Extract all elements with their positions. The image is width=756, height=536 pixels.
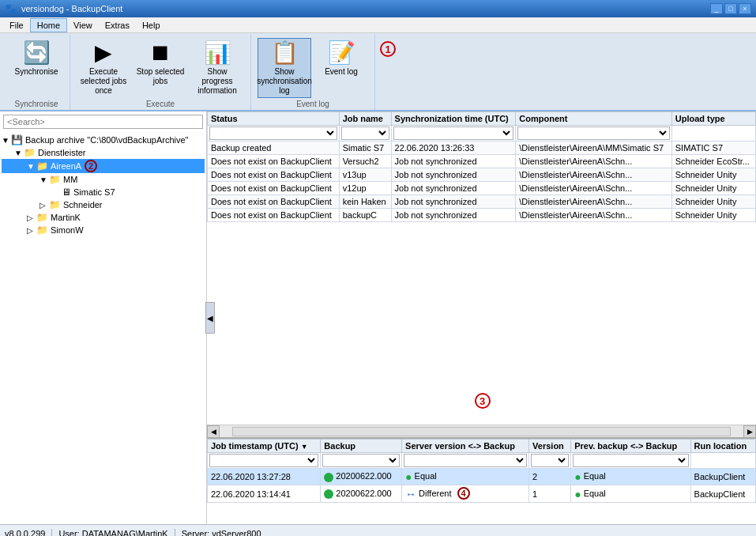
filter-jobname-select[interactable] (341, 126, 389, 140)
filter-status-select[interactable] (209, 126, 337, 140)
tree-item-aireena[interactable]: ▼ 📁 AireenA 2 (2, 159, 205, 173)
folder-icon-martink: 📁 (36, 212, 48, 223)
horizontal-scrollbar[interactable]: ◀ ▶ (207, 425, 756, 437)
tree-item-simonw[interactable]: ▷ 📁 SimonW (2, 224, 205, 236)
status-bar: v8.0.0.299 User: DATAMANAG\MartinK Serve… (0, 524, 756, 536)
upper-table-row[interactable]: Does not exist on BackupClient Versuch2 … (208, 155, 756, 168)
stop-jobs-button[interactable]: ⏹ Stop selected jobs (134, 38, 187, 98)
title-bar-text: versiondog - BackupClient (21, 4, 122, 13)
scrollbar-track[interactable] (232, 427, 731, 436)
stop-jobs-icon: ⏹ (149, 42, 171, 64)
filter-synctime[interactable] (391, 126, 516, 142)
badge-1: 1 (380, 41, 396, 57)
menu-view[interactable]: View (67, 19, 99, 32)
status-server: Server: vdServer800 (182, 529, 261, 537)
cell-status: Does not exist on BackupClient (208, 209, 340, 222)
upper-table-row[interactable]: Does not exist on BackupClient backupC J… (208, 209, 756, 222)
archive-icon: 💾 (11, 134, 23, 145)
menu-home[interactable]: Home (30, 18, 67, 32)
tree-toggle-martink[interactable]: ▷ (27, 213, 36, 222)
event-log-button[interactable]: 📝 Event log (314, 38, 368, 98)
execute-once-button[interactable]: ▶ Execute selected jobs once (77, 38, 130, 98)
bottom-table-row[interactable]: 22.06.2020 13:27:28 20200622.000 ●Equal … (208, 469, 756, 485)
filter-component[interactable] (516, 126, 671, 142)
tree-label-simonw: SimonW (51, 225, 84, 235)
tree-item-root[interactable]: ▼ 💾 Backup archive "C:\800\vdBackupArchi… (2, 134, 205, 146)
close-button[interactable]: × (739, 3, 751, 14)
cell-jobname: kein Haken (339, 195, 391, 209)
filter-backup[interactable] (321, 453, 402, 469)
menu-help[interactable]: Help (136, 19, 167, 32)
col-header-timestamp: Job timestamp (UTC) ▼ (208, 440, 321, 453)
minimize-button[interactable]: _ (710, 3, 723, 14)
upper-table-row[interactable]: Does not exist on BackupClient v12up Job… (208, 182, 756, 195)
device-icon-simatic: 🖥 (62, 187, 71, 198)
ribbon: 🔄 Synchronise Synchronise ▶ Execute sele… (0, 33, 756, 111)
status-user: User: DATAMANAG\MartinK (58, 529, 175, 537)
filter-ver-select[interactable] (531, 454, 569, 467)
folder-icon-dienstleister: 📁 (24, 147, 36, 158)
tree-toggle-root[interactable]: ▼ (2, 136, 11, 145)
filter-synctime-select[interactable] (393, 126, 514, 140)
cell-run-location: BackupClient (690, 485, 755, 503)
filter-sv-select[interactable] (404, 454, 527, 467)
col-header-uploadtype: Upload type (671, 112, 755, 126)
tree-item-schneider[interactable]: ▷ 📁 Schneider (2, 198, 205, 211)
menu-bar: File Home View Extras Help (0, 17, 756, 33)
tree-toggle-dienstleister[interactable]: ▼ (14, 149, 24, 157)
filter-component-select[interactable] (517, 126, 669, 140)
collapse-sidebar-button[interactable]: ◀ (205, 302, 215, 334)
menu-file[interactable]: File (3, 19, 30, 32)
menu-extras[interactable]: Extras (99, 19, 136, 32)
scroll-left-button[interactable]: ◀ (207, 425, 220, 438)
filter-sv[interactable] (402, 453, 529, 469)
tree-label-mm: MM (63, 175, 77, 184)
upper-table-row[interactable]: Backup created Simatic S7 22.06.2020 13:… (208, 142, 756, 155)
filter-pb-select[interactable] (573, 454, 688, 467)
tree-item-mm[interactable]: ▼ 📁 MM (2, 173, 205, 186)
filter-backup-select[interactable] (322, 454, 400, 467)
cell-status: Does not exist on BackupClient (208, 182, 340, 195)
upper-table-row[interactable]: Does not exist on BackupClient kein Hake… (208, 195, 756, 209)
filter-timestamp[interactable] (208, 453, 321, 469)
tree-item-martink[interactable]: ▷ 📁 MartinK (2, 211, 205, 224)
tree-label-root: Backup archive "C:\800\vdBackupArchive" (25, 135, 189, 145)
scroll-right-button[interactable]: ▶ (743, 425, 756, 438)
cell-version: 2 (529, 469, 571, 485)
filter-ver[interactable] (529, 453, 571, 469)
filter-jobname[interactable] (339, 126, 391, 142)
filter-timestamp-select[interactable] (209, 454, 318, 467)
badge-3: 3 (475, 393, 491, 409)
cell-status: Does not exist on BackupClient (208, 168, 340, 182)
filter-uploadtype[interactable] (671, 126, 755, 142)
tree-toggle-simonw[interactable]: ▷ (27, 226, 36, 235)
show-sync-log-label: Show synchronisation log (257, 67, 311, 96)
window-controls[interactable]: _ □ × (710, 3, 751, 14)
tree-toggle-aireena[interactable]: ▼ (27, 162, 36, 171)
cell-component: \Dienstleister\AireenA\Schn... (516, 168, 671, 182)
synchronise-button[interactable]: 🔄 Synchronise (9, 38, 63, 98)
folder-icon-schneider: 📁 (49, 199, 61, 210)
col-header-component: Component (516, 112, 671, 126)
bottom-table-row[interactable]: 22.06.2020 13:14:41 20200622.000 ↔Differ… (208, 485, 756, 503)
filter-pb[interactable] (571, 453, 690, 469)
cell-component: \Dienstleister\AireenA\Schn... (516, 195, 671, 209)
tree-toggle-schneider[interactable]: ▷ (39, 201, 49, 209)
tree-item-dienstleister[interactable]: ▼ 📁 Dienstleister (2, 146, 205, 159)
ribbon-group-execute-label: Execute (146, 98, 175, 108)
upper-table-row[interactable]: Does not exist on BackupClient v13up Job… (208, 168, 756, 182)
cell-jobname: backupC (339, 209, 391, 222)
cell-component: \Dienstleister\AireenA\Schn... (516, 155, 671, 168)
filter-status[interactable] (208, 126, 340, 142)
tree-item-simatic-s7[interactable]: ▷ 🖥 Simatic S7 (2, 186, 205, 198)
show-progress-button[interactable]: 📊 Show progress information (190, 38, 244, 98)
tree-toggle-mm[interactable]: ▼ (39, 176, 49, 184)
col-header-synctime: Synchronization time (UTC) (391, 112, 516, 126)
maximize-button[interactable]: □ (724, 3, 737, 14)
cell-run-location: BackupClient (690, 469, 755, 485)
filter-rl[interactable] (690, 453, 755, 469)
show-sync-log-button[interactable]: 📋 Show synchronisation log (258, 38, 311, 98)
cell-jobname: v12up (339, 182, 391, 195)
main-area: ▼ 💾 Backup archive "C:\800\vdBackupArchi… (0, 111, 756, 524)
search-input[interactable] (3, 115, 203, 129)
